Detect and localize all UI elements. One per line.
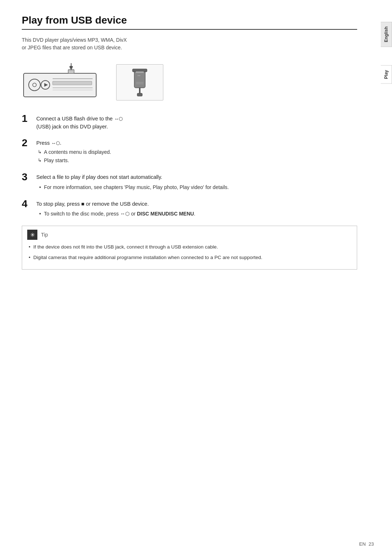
tip-bullet-1: •	[29, 243, 30, 251]
main-content: Play from USB device This DVD player pla…	[0, 0, 379, 554]
tip-item-2: • Digital cameras that require additiona…	[29, 254, 352, 261]
svg-rect-6	[53, 81, 92, 85]
arrow-icon-2: ↳	[38, 157, 42, 164]
diagram-area: ⬡ ↔	[22, 62, 357, 102]
step-2-sub-items: ↳ A contents menu is displayed. ↳ Play s…	[38, 148, 357, 164]
page-container: English Play Play from USB device This D…	[0, 0, 392, 554]
dvd-player-illustration: ⬡	[22, 62, 109, 102]
usb-icon-step4: ↔⬡	[120, 211, 131, 217]
step-4-content: To stop play, press ■ or remove the USB …	[36, 198, 357, 218]
svg-rect-20	[136, 71, 144, 73]
step-2-content: Press ↔⬡. ↳ A contents menu is displayed…	[36, 138, 357, 165]
step-2: 2 Press ↔⬡. ↳ A contents menu is display…	[22, 138, 357, 165]
tip-label: Tip	[41, 232, 48, 238]
bullet-icon-1: •	[39, 184, 41, 191]
stop-icon: ■	[81, 201, 86, 207]
tip-box: ✳ Tip • If the device does not fit into …	[22, 226, 357, 270]
step-4: 4 To stop play, press ■ or remove the US…	[22, 198, 357, 218]
arrow-icon-1: ↳	[38, 148, 42, 156]
step-2-text: Press ↔⬡.	[36, 139, 357, 147]
step-4-bullet-1: • To switch to the disc mode, press ↔⬡ o…	[39, 210, 357, 218]
step-1-number: 1	[22, 113, 36, 124]
tab-english[interactable]: English	[381, 22, 392, 47]
steps-container: 1 Connect a USB flash drive to the ↔⬡ (U…	[22, 113, 357, 218]
tip-header: ✳ Tip	[27, 230, 352, 240]
usb-cable-svg: ↔	[123, 68, 156, 97]
svg-rect-16	[132, 69, 147, 72]
footer-page-number: 23	[369, 541, 374, 547]
step-2-number: 2	[22, 138, 36, 149]
tip-star-icon: ✳	[27, 230, 37, 240]
step-3-bullet-1: • For more information, see chapters 'Pl…	[39, 184, 357, 191]
tip-bullet-2: •	[29, 254, 30, 261]
footer-lang: EN	[359, 541, 366, 547]
page-subtitle: This DVD player plays/views MP3, WMA, Di…	[22, 36, 357, 52]
step-3-content: Select a file to play if play does not s…	[36, 172, 357, 192]
step-3: 3 Select a file to play if play does not…	[22, 172, 357, 192]
tab-play[interactable]: Play	[381, 65, 392, 84]
bullet-icon-2: •	[39, 210, 41, 218]
step-2-sub-item-2: ↳ Play starts.	[38, 157, 357, 164]
page-footer: EN 23	[359, 541, 374, 547]
dvd-player-svg: ⬡	[22, 62, 109, 102]
step-1-content: Connect a USB flash drive to the ↔⬡ (USB…	[36, 113, 357, 131]
step-2-sub-item-1: ↳ A contents menu is displayed.	[38, 148, 357, 156]
svg-text:↔: ↔	[137, 73, 141, 78]
step-4-number: 4	[22, 198, 36, 210]
page-title: Play from USB device	[22, 15, 357, 26]
tip-item-1: • If the device does not fit into the US…	[29, 243, 352, 251]
step-1: 1 Connect a USB flash drive to the ↔⬡ (U…	[22, 113, 357, 131]
step-4-text: To stop play, press ■ or remove the USB …	[36, 200, 357, 208]
step-1-text: Connect a USB flash drive to the ↔⬡ (USB…	[36, 115, 357, 131]
svg-rect-18	[137, 93, 142, 96]
usb-cable-illustration: ↔	[116, 64, 163, 100]
tip-items: • If the device does not fit into the US…	[29, 243, 352, 261]
step-3-number: 3	[22, 172, 36, 183]
usb-icon-step1: ↔⬡	[114, 116, 123, 122]
star-icon: ✳	[30, 231, 35, 238]
step-3-text: Select a file to play if play does not s…	[36, 173, 357, 181]
title-section: Play from USB device	[22, 15, 357, 30]
usb-icon-step2: ↔⬡	[51, 140, 60, 146]
